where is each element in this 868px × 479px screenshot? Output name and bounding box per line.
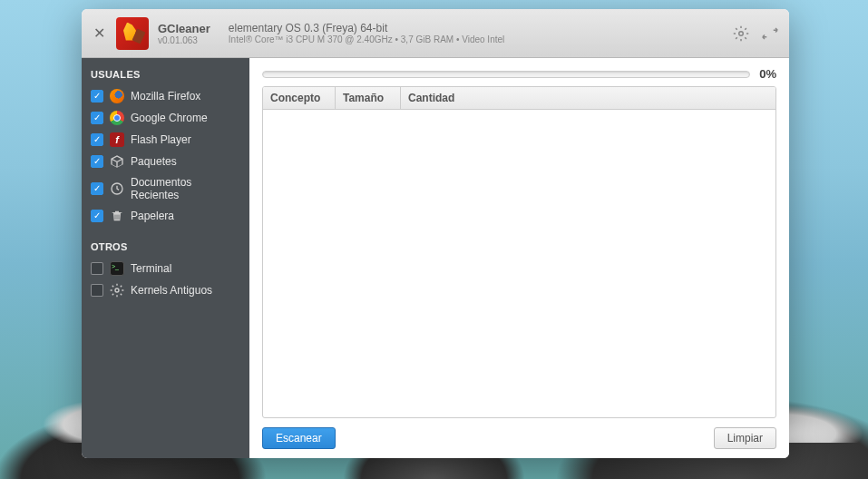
svg-point-2 xyxy=(115,288,119,292)
sidebar-item-trash[interactable]: Papelera xyxy=(91,205,240,227)
progress-percent: 0% xyxy=(759,67,776,81)
col-tamano[interactable]: Tamaño xyxy=(336,87,401,109)
scan-button[interactable]: Escanear xyxy=(262,427,336,449)
checkbox-chrome[interactable] xyxy=(91,112,103,124)
settings-button[interactable] xyxy=(731,24,751,44)
application-window: ✕ GCleaner v0.01.063 elementary OS 0.3 (… xyxy=(82,9,789,458)
checkbox-trash[interactable] xyxy=(91,210,103,222)
os-info-block: elementary OS 0.3 (Freya) 64-bit Intel® … xyxy=(229,22,504,44)
documents-icon xyxy=(110,181,124,196)
sidebar-item-flash[interactable]: Flash Player xyxy=(91,129,240,151)
app-name: GCleaner xyxy=(158,22,210,35)
main-panel: 0% Concepto Tamaño Cantidad Escanear Lim… xyxy=(249,58,789,458)
sidebar-item-label: Flash Player xyxy=(131,133,191,146)
close-icon: ✕ xyxy=(93,25,105,41)
close-button[interactable]: ✕ xyxy=(91,25,107,42)
app-version: v0.01.063 xyxy=(158,35,210,45)
sidebar-item-label: Kernels Antiguos xyxy=(131,284,212,297)
sidebar-item-packages[interactable]: Paquetes xyxy=(91,151,240,172)
sidebar-item-firefox[interactable]: Mozilla Firefox xyxy=(91,85,240,107)
checkbox-terminal[interactable] xyxy=(91,262,103,275)
window-body: USUALES Mozilla Firefox Google Chrome Fl… xyxy=(82,58,789,458)
section-title-otros: OTROS xyxy=(91,241,240,252)
gear-icon xyxy=(733,25,749,42)
terminal-icon xyxy=(110,261,124,276)
sidebar: USUALES Mozilla Firefox Google Chrome Fl… xyxy=(82,58,249,458)
app-title-block: GCleaner v0.01.063 xyxy=(158,22,210,45)
table-header: Concepto Tamaño Cantidad xyxy=(263,87,775,110)
titlebar: ✕ GCleaner v0.01.063 elementary OS 0.3 (… xyxy=(82,9,789,58)
progress-row: 0% xyxy=(249,58,789,86)
sidebar-item-label: Google Chrome xyxy=(131,112,208,124)
sidebar-item-label: Mozilla Firefox xyxy=(131,90,200,103)
checkbox-flash[interactable] xyxy=(91,133,103,146)
checkbox-recent-docs[interactable] xyxy=(91,182,103,195)
chrome-icon xyxy=(110,111,124,125)
package-icon xyxy=(110,154,124,169)
app-icon xyxy=(116,17,149,50)
col-cantidad[interactable]: Cantidad xyxy=(401,87,775,109)
section-title-usuales: USUALES xyxy=(91,69,240,80)
os-name: elementary OS 0.3 (Freya) 64-bit xyxy=(229,22,504,34)
sidebar-item-chrome[interactable]: Google Chrome xyxy=(91,107,240,129)
sidebar-item-label: Papelera xyxy=(131,210,174,222)
sidebar-item-label: Terminal xyxy=(131,262,171,275)
trash-icon xyxy=(110,209,124,223)
section-otros: OTROS Terminal Kernels Antiguos xyxy=(91,241,240,301)
firefox-icon xyxy=(110,89,124,103)
maximize-icon xyxy=(762,25,778,42)
clean-button[interactable]: Limpiar xyxy=(714,427,776,449)
col-concepto[interactable]: Concepto xyxy=(263,87,336,109)
sidebar-item-label: Paquetes xyxy=(131,155,177,168)
hardware-info: Intel® Core™ i3 CPU M 370 @ 2.40GHz • 3,… xyxy=(229,34,504,44)
progress-bar xyxy=(262,71,750,78)
sidebar-item-old-kernels[interactable]: Kernels Antiguos xyxy=(91,279,240,301)
sidebar-item-terminal[interactable]: Terminal xyxy=(91,258,240,279)
results-table: Concepto Tamaño Cantidad xyxy=(262,86,776,418)
sidebar-item-label: Documentos Recientes xyxy=(131,176,240,201)
checkbox-firefox[interactable] xyxy=(91,90,103,103)
footer: Escanear Limpiar xyxy=(249,418,789,458)
sidebar-item-recent-docs[interactable]: Documentos Recientes xyxy=(91,172,240,205)
section-usuales: USUALES Mozilla Firefox Google Chrome Fl… xyxy=(91,69,240,227)
table-body xyxy=(263,110,775,415)
maximize-button[interactable] xyxy=(760,24,780,44)
flash-icon xyxy=(110,132,124,147)
checkbox-packages[interactable] xyxy=(91,155,103,168)
kernel-icon xyxy=(110,283,124,298)
svg-point-0 xyxy=(739,31,744,35)
checkbox-old-kernels[interactable] xyxy=(91,284,103,297)
